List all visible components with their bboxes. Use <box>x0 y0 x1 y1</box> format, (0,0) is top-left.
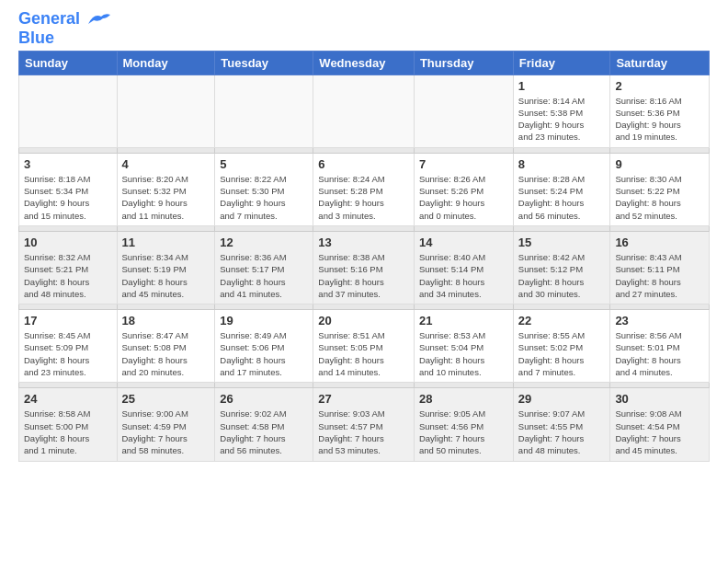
calendar-header-row: SundayMondayTuesdayWednesdayThursdayFrid… <box>19 51 710 75</box>
day-number: 7 <box>419 157 508 171</box>
day-info: Sunrise: 9:05 AM Sunset: 4:56 PM Dayligh… <box>419 408 508 456</box>
day-number: 12 <box>220 236 308 249</box>
day-number: 5 <box>220 157 308 171</box>
calendar-cell: 26Sunrise: 9:02 AM Sunset: 4:58 PM Dayli… <box>215 388 313 461</box>
day-info: Sunrise: 8:55 AM Sunset: 5:02 PM Dayligh… <box>518 329 606 378</box>
calendar-cell <box>414 75 513 147</box>
calendar-cell: 6Sunrise: 8:24 AM Sunset: 5:28 PM Daylig… <box>313 153 415 225</box>
calendar-week-row: 24Sunrise: 8:58 AM Sunset: 5:00 PM Dayli… <box>19 388 710 461</box>
calendar-cell: 20Sunrise: 8:51 AM Sunset: 5:05 PM Dayli… <box>313 310 415 383</box>
calendar-cell: 29Sunrise: 9:07 AM Sunset: 4:55 PM Dayli… <box>513 388 610 461</box>
calendar-cell: 28Sunrise: 9:05 AM Sunset: 4:56 PM Dayli… <box>414 388 513 461</box>
day-info: Sunrise: 8:16 AM Sunset: 5:36 PM Dayligh… <box>615 95 704 144</box>
day-info: Sunrise: 8:32 AM Sunset: 5:21 PM Dayligh… <box>24 251 112 300</box>
calendar-week-row: 10Sunrise: 8:32 AM Sunset: 5:21 PM Dayli… <box>19 231 710 304</box>
calendar-cell <box>19 75 118 147</box>
day-number: 23 <box>615 314 704 327</box>
calendar-cell: 17Sunrise: 8:45 AM Sunset: 5:09 PM Dayli… <box>19 310 118 383</box>
day-info: Sunrise: 8:51 AM Sunset: 5:05 PM Dayligh… <box>318 329 409 378</box>
day-info: Sunrise: 8:18 AM Sunset: 5:34 PM Dayligh… <box>24 173 112 222</box>
calendar-cell: 25Sunrise: 9:00 AM Sunset: 4:59 PM Dayli… <box>117 388 215 461</box>
calendar-cell: 21Sunrise: 8:53 AM Sunset: 5:04 PM Dayli… <box>414 310 513 383</box>
day-info: Sunrise: 9:02 AM Sunset: 4:58 PM Dayligh… <box>220 408 308 456</box>
calendar-cell: 7Sunrise: 8:26 AM Sunset: 5:26 PM Daylig… <box>414 153 513 225</box>
calendar-cell <box>117 75 215 147</box>
day-number: 1 <box>518 79 606 93</box>
day-number: 16 <box>615 236 704 249</box>
calendar-cell: 14Sunrise: 8:40 AM Sunset: 5:14 PM Dayli… <box>414 231 513 304</box>
day-number: 14 <box>419 236 508 249</box>
day-info: Sunrise: 9:00 AM Sunset: 4:59 PM Dayligh… <box>122 408 210 456</box>
logo-blue: Blue <box>18 29 112 46</box>
calendar-cell: 30Sunrise: 9:08 AM Sunset: 4:54 PM Dayli… <box>610 388 710 461</box>
day-info: Sunrise: 8:47 AM Sunset: 5:08 PM Dayligh… <box>122 329 210 378</box>
calendar-cell: 22Sunrise: 8:55 AM Sunset: 5:02 PM Dayli… <box>513 310 610 383</box>
col-header-friday: Friday <box>513 51 610 75</box>
day-info: Sunrise: 8:40 AM Sunset: 5:14 PM Dayligh… <box>419 251 508 300</box>
day-number: 11 <box>122 236 210 249</box>
day-number: 28 <box>419 392 508 406</box>
day-number: 6 <box>318 157 409 171</box>
day-info: Sunrise: 8:34 AM Sunset: 5:19 PM Dayligh… <box>122 251 210 300</box>
day-info: Sunrise: 8:43 AM Sunset: 5:11 PM Dayligh… <box>615 251 704 300</box>
col-header-monday: Monday <box>117 51 215 75</box>
day-info: Sunrise: 8:58 AM Sunset: 5:00 PM Dayligh… <box>24 408 112 456</box>
calendar-cell: 23Sunrise: 8:56 AM Sunset: 5:01 PM Dayli… <box>610 310 710 383</box>
day-number: 9 <box>615 157 704 171</box>
calendar-wrap: SundayMondayTuesdayWednesdayThursdayFrid… <box>0 51 728 471</box>
logo: General Blue <box>18 9 112 46</box>
day-number: 3 <box>24 157 112 171</box>
calendar-cell: 10Sunrise: 8:32 AM Sunset: 5:21 PM Dayli… <box>19 231 118 304</box>
day-info: Sunrise: 8:14 AM Sunset: 5:38 PM Dayligh… <box>518 95 606 144</box>
day-number: 25 <box>122 392 210 406</box>
day-info: Sunrise: 8:28 AM Sunset: 5:24 PM Dayligh… <box>518 173 606 222</box>
day-number: 22 <box>518 314 606 327</box>
calendar-cell: 8Sunrise: 8:28 AM Sunset: 5:24 PM Daylig… <box>513 153 610 225</box>
calendar-cell: 5Sunrise: 8:22 AM Sunset: 5:30 PM Daylig… <box>215 153 313 225</box>
calendar-cell: 19Sunrise: 8:49 AM Sunset: 5:06 PM Dayli… <box>215 310 313 383</box>
day-number: 21 <box>419 314 508 327</box>
calendar-cell: 13Sunrise: 8:38 AM Sunset: 5:16 PM Dayli… <box>313 231 415 304</box>
day-number: 18 <box>122 314 210 327</box>
day-number: 17 <box>24 314 112 327</box>
calendar-cell: 27Sunrise: 9:03 AM Sunset: 4:57 PM Dayli… <box>313 388 415 461</box>
calendar-cell: 9Sunrise: 8:30 AM Sunset: 5:22 PM Daylig… <box>610 153 710 225</box>
logo-bird-icon <box>86 11 112 28</box>
day-info: Sunrise: 8:56 AM Sunset: 5:01 PM Dayligh… <box>615 329 704 378</box>
day-info: Sunrise: 8:45 AM Sunset: 5:09 PM Dayligh… <box>24 329 112 378</box>
header: General Blue <box>0 0 728 51</box>
calendar-cell: 4Sunrise: 8:20 AM Sunset: 5:32 PM Daylig… <box>117 153 215 225</box>
day-info: Sunrise: 8:49 AM Sunset: 5:06 PM Dayligh… <box>220 329 308 378</box>
calendar-cell: 24Sunrise: 8:58 AM Sunset: 5:00 PM Dayli… <box>19 388 118 461</box>
day-number: 13 <box>318 236 409 249</box>
day-info: Sunrise: 8:26 AM Sunset: 5:26 PM Dayligh… <box>419 173 508 222</box>
calendar-cell: 12Sunrise: 8:36 AM Sunset: 5:17 PM Dayli… <box>215 231 313 304</box>
calendar-cell: 15Sunrise: 8:42 AM Sunset: 5:12 PM Dayli… <box>513 231 610 304</box>
day-info: Sunrise: 8:22 AM Sunset: 5:30 PM Dayligh… <box>220 173 308 222</box>
calendar-week-row: 3Sunrise: 8:18 AM Sunset: 5:34 PM Daylig… <box>19 153 710 225</box>
day-number: 2 <box>615 79 704 93</box>
calendar-cell: 3Sunrise: 8:18 AM Sunset: 5:34 PM Daylig… <box>19 153 118 225</box>
day-number: 20 <box>318 314 409 327</box>
day-info: Sunrise: 8:42 AM Sunset: 5:12 PM Dayligh… <box>518 251 606 300</box>
day-info: Sunrise: 9:07 AM Sunset: 4:55 PM Dayligh… <box>518 408 606 456</box>
day-number: 8 <box>518 157 606 171</box>
day-number: 26 <box>220 392 308 406</box>
day-number: 10 <box>24 236 112 249</box>
calendar-cell: 2Sunrise: 8:16 AM Sunset: 5:36 PM Daylig… <box>610 75 710 147</box>
day-number: 27 <box>318 392 409 406</box>
day-info: Sunrise: 8:24 AM Sunset: 5:28 PM Dayligh… <box>318 173 409 222</box>
calendar-cell: 18Sunrise: 8:47 AM Sunset: 5:08 PM Dayli… <box>117 310 215 383</box>
day-info: Sunrise: 9:08 AM Sunset: 4:54 PM Dayligh… <box>615 408 704 456</box>
day-number: 19 <box>220 314 308 327</box>
day-info: Sunrise: 8:53 AM Sunset: 5:04 PM Dayligh… <box>419 329 508 378</box>
col-header-wednesday: Wednesday <box>313 51 415 75</box>
day-info: Sunrise: 8:36 AM Sunset: 5:17 PM Dayligh… <box>220 251 308 300</box>
day-info: Sunrise: 8:38 AM Sunset: 5:16 PM Dayligh… <box>318 251 409 300</box>
calendar-table: SundayMondayTuesdayWednesdayThursdayFrid… <box>18 51 710 462</box>
day-number: 30 <box>615 392 704 406</box>
col-header-saturday: Saturday <box>610 51 710 75</box>
calendar-cell <box>215 75 313 147</box>
calendar-cell <box>313 75 415 147</box>
col-header-sunday: Sunday <box>19 51 118 75</box>
